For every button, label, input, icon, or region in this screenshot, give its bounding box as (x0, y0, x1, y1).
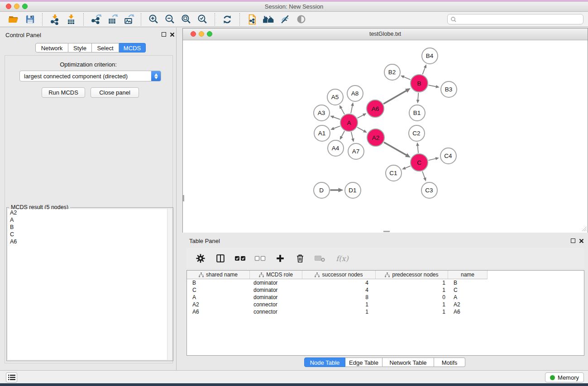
graph-node-C4[interactable]: C4 (440, 148, 457, 164)
zoom-in-button[interactable] (145, 13, 162, 26)
graph-node-C1[interactable]: C1 (385, 165, 402, 181)
style-toggle-button[interactable] (277, 13, 293, 26)
mcds-result-item[interactable]: A6 (8, 238, 167, 245)
minimize-window-button[interactable] (14, 4, 19, 9)
tab-node-table[interactable]: Node Table (304, 357, 345, 367)
graph-node-B3[interactable]: B3 (440, 81, 457, 98)
graph-node-B4[interactable]: B4 (421, 48, 438, 64)
zoom-fit-button[interactable] (178, 13, 194, 26)
close-panel-action-button[interactable]: Close panel (91, 87, 139, 98)
graph-node-A4[interactable]: A4 (327, 140, 344, 157)
deselect-all-button[interactable] (253, 252, 267, 265)
graph-node-B1[interactable]: B1 (409, 105, 425, 121)
close-window-button[interactable] (6, 4, 11, 9)
graph-node-D[interactable]: D (313, 182, 330, 199)
network-canvas[interactable]: B4B2BB3A5A8A6A3B1AC2A1A2A4A7CC4C1C3DD1 (183, 40, 588, 233)
task-history-button[interactable] (6, 372, 17, 382)
tab-style[interactable]: Style (68, 43, 92, 52)
graph-node-A8[interactable]: A8 (347, 85, 363, 102)
new-network-from-selection-button[interactable] (244, 13, 260, 26)
table-row[interactable]: Cdominator41C (187, 286, 584, 294)
graph-edge-A-A2[interactable] (357, 127, 367, 133)
import-table-button[interactable] (63, 13, 79, 26)
export-image-button[interactable] (120, 13, 137, 26)
tab-network-table[interactable]: Network Table (382, 357, 434, 367)
tab-network[interactable]: Network (35, 43, 68, 52)
run-mcds-button[interactable]: Run MCDS (42, 87, 85, 98)
graph-edge-D-D1[interactable] (330, 188, 344, 192)
graph-edge-A-A7[interactable] (351, 132, 354, 142)
graph-edge-C-C1[interactable] (402, 166, 411, 170)
search-input[interactable] (457, 15, 583, 24)
split-view-button[interactable] (214, 252, 227, 265)
graph-edge-C-C2[interactable] (416, 142, 419, 153)
graph-node-C3[interactable]: C3 (421, 182, 438, 199)
column-header-shared-name[interactable]: shared name (187, 271, 250, 279)
add-row-button[interactable] (273, 252, 287, 265)
graph-node-A7[interactable]: A7 (348, 143, 364, 160)
graph-edge-A2-C[interactable] (384, 142, 411, 157)
float-table-panel-button[interactable] (571, 238, 575, 243)
graph-node-A[interactable]: A (340, 114, 358, 132)
table-row[interactable]: A6connector11A6 (187, 308, 584, 315)
open-session-button[interactable] (5, 13, 22, 26)
column-header-name[interactable]: name (448, 271, 488, 279)
frame-zoom-button[interactable] (207, 31, 212, 37)
table-row[interactable]: A2connector11A2 (187, 301, 584, 308)
memory-button[interactable]: Memory (545, 372, 584, 382)
graph-node-B2[interactable]: B2 (384, 64, 401, 81)
graph-edge-A-A3[interactable] (330, 115, 340, 119)
mcds-result-item[interactable]: A (8, 216, 167, 224)
graph-node-D1[interactable]: D1 (344, 182, 361, 199)
criterion-dropdown[interactable]: largest connected component (directed) (19, 71, 161, 81)
graph-edge-C-C3[interactable] (422, 172, 426, 181)
graph-node-C2[interactable]: C2 (408, 125, 425, 142)
graph-edge-B-B1[interactable] (416, 93, 420, 104)
table-settings-button[interactable] (194, 252, 207, 265)
table-row[interactable]: Adominator80A (187, 294, 584, 301)
result-scrollbar[interactable] (167, 209, 172, 360)
zoom-selected-button[interactable] (194, 13, 210, 26)
tab-select[interactable]: Select (92, 43, 119, 52)
frame-minimize-button[interactable] (199, 31, 204, 37)
graph-edge-A6-B[interactable] (383, 88, 411, 104)
zoom-window-button[interactable] (22, 4, 28, 9)
float-panel-button[interactable] (162, 32, 166, 37)
graph-edge-A-A8[interactable] (351, 102, 354, 113)
export-network-button[interactable] (88, 13, 104, 26)
graph-node-B[interactable]: B (410, 74, 428, 92)
graph-edge-B-B4[interactable] (422, 64, 426, 74)
graph-node-A5[interactable]: A5 (327, 89, 344, 105)
column-header-successor-nodes[interactable]: successor nodes (302, 271, 376, 279)
graph-edge-C-C4[interactable] (428, 157, 439, 160)
networks-home-button[interactable] (260, 13, 277, 26)
graph-edge-A-A4[interactable] (340, 131, 344, 140)
table-row[interactable]: Bdominator41B (187, 279, 584, 286)
export-table-button[interactable] (104, 13, 120, 26)
tab-mcds[interactable]: MCDS (119, 43, 146, 52)
graph-edge-A-A6[interactable] (358, 113, 367, 118)
apply-layout-button[interactable] (219, 13, 235, 26)
graph-node-A3[interactable]: A3 (313, 105, 330, 121)
frame-resize-grip[interactable] (582, 226, 587, 232)
graph-node-C[interactable]: C (410, 153, 428, 172)
tab-edge-table[interactable]: Edge Table (345, 357, 382, 367)
select-all-button[interactable] (234, 252, 247, 265)
import-network-button[interactable] (47, 13, 63, 26)
frame-edge-handle[interactable] (383, 231, 390, 232)
column-header-MCDS-role[interactable]: MCDS role (250, 271, 302, 279)
close-panel-button[interactable] (168, 30, 176, 38)
close-table-panel-button[interactable] (577, 237, 585, 245)
zoom-out-button[interactable] (162, 13, 178, 26)
mcds-result-item[interactable]: B (8, 224, 167, 231)
graph-node-A1[interactable]: A1 (314, 125, 330, 142)
column-header-predecessor-nodes[interactable]: predecessor nodes (376, 271, 448, 279)
graph-edge-A-A5[interactable] (339, 105, 344, 114)
delete-row-button[interactable] (293, 252, 307, 265)
graph-node-A2[interactable]: A2 (367, 129, 385, 147)
delete-table-button[interactable] (313, 252, 327, 265)
save-session-button[interactable] (22, 13, 38, 26)
graph-edge-B-B3[interactable] (429, 85, 440, 88)
graph-node-A6[interactable]: A6 (366, 100, 384, 118)
tab-motifs[interactable]: Motifs (434, 357, 465, 367)
